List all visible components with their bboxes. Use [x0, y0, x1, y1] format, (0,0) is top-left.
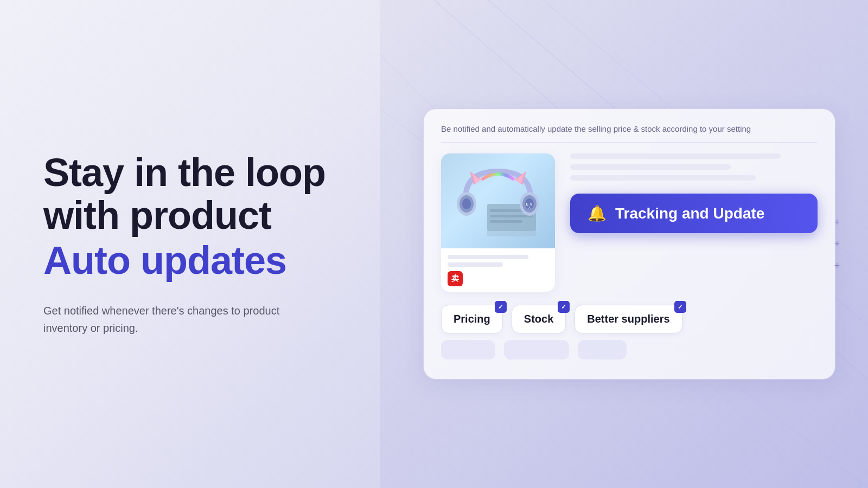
tags-row: Pricing ✓ Stock ✓ Better suppliers ✓ — [441, 305, 818, 333]
plus-icon-1: + — [831, 216, 844, 229]
headline: Stay in the loop with product Auto updat… — [43, 151, 342, 282]
plus-icon-2: + — [831, 237, 844, 251]
dots-row — [441, 340, 818, 359]
bell-icon: 🔔 — [588, 204, 607, 222]
svg-rect-10 — [490, 220, 522, 223]
dot-block-3 — [578, 340, 627, 359]
product-card: E V A — [441, 153, 555, 292]
svg-point-17 — [462, 198, 471, 209]
plus-icon-3: + — [831, 259, 844, 272]
plus-icons: + + + — [831, 216, 844, 272]
product-row: E V A — [441, 153, 818, 292]
svg-text:V: V — [530, 202, 533, 206]
detail-lines — [570, 153, 818, 181]
card-subtitle: Be notified and automatically update the… — [441, 124, 818, 143]
left-content: Stay in the loop with product Auto updat… — [43, 151, 342, 337]
tag-better-suppliers-label: Better suppliers — [587, 313, 669, 325]
detail-line-2 — [570, 164, 731, 170]
description-text: Get notified whenever there's changes to… — [43, 302, 282, 337]
dot-block-2 — [504, 340, 569, 359]
detail-line-3 — [570, 175, 756, 181]
headline-line2: with product — [43, 194, 271, 237]
pricing-check-icon: ✓ — [495, 301, 507, 313]
dot-block-1 — [441, 340, 495, 359]
detail-line-1 — [570, 153, 781, 159]
tag-stock-label: Stock — [524, 313, 553, 325]
headline-line1: Stay in the loop — [43, 151, 326, 194]
tag-pricing[interactable]: Pricing ✓ — [441, 305, 503, 333]
headline-accent: Auto updates — [43, 240, 342, 282]
main-card: Be notified and automatically update the… — [423, 108, 835, 380]
tracking-button-label: Tracking and Update — [615, 205, 764, 222]
stock-check-icon: ✓ — [558, 301, 570, 313]
right-content: Be notified and automatically update the… — [423, 108, 835, 380]
tag-pricing-label: Pricing — [454, 313, 490, 325]
product-info: 卖 — [441, 248, 555, 292]
product-details: 🔔 Tracking and Update — [570, 153, 818, 233]
product-line-2 — [448, 262, 503, 267]
tag-better-suppliers[interactable]: Better suppliers ✓ — [575, 305, 682, 333]
better-suppliers-check-icon: ✓ — [674, 301, 686, 313]
svg-text:A: A — [528, 206, 531, 209]
product-image: E V A — [441, 153, 555, 248]
tracking-button[interactable]: 🔔 Tracking and Update — [570, 194, 818, 233]
tag-stock[interactable]: Stock ✓ — [512, 305, 566, 333]
svg-text:E: E — [526, 202, 529, 206]
product-line-1 — [448, 255, 528, 259]
aliexpress-logo: 卖 — [448, 271, 463, 286]
